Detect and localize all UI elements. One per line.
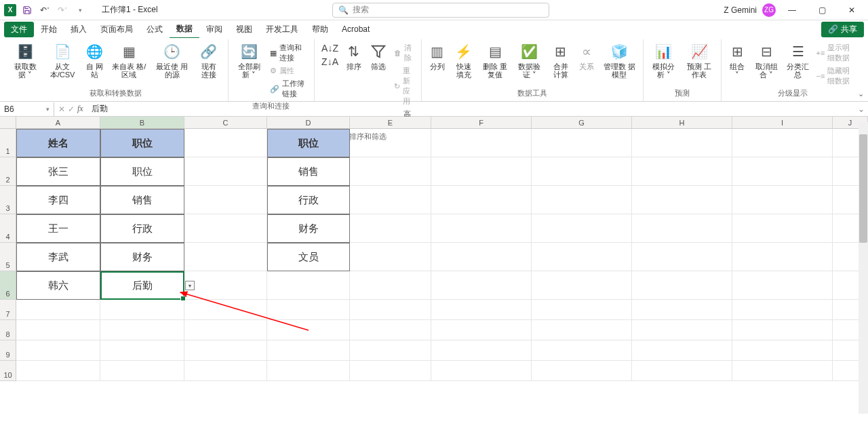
cell[interactable]	[184, 340, 267, 361]
text-to-columns-button[interactable]: ▥分列	[426, 41, 449, 72]
cell[interactable]	[267, 271, 350, 300]
cell[interactable]: 李武	[16, 243, 100, 271]
cell[interactable]	[184, 157, 267, 186]
cell[interactable]	[100, 340, 184, 361]
cell[interactable]	[16, 300, 100, 320]
cell[interactable]	[16, 320, 100, 340]
row-header[interactable]: 8	[0, 320, 16, 340]
cell[interactable]	[532, 214, 632, 243]
recent-sources-button[interactable]: 🕒最近使 用的源	[152, 41, 193, 80]
row-header[interactable]: 4	[0, 214, 16, 243]
cell[interactable]: 职位	[267, 129, 350, 157]
flash-fill-button[interactable]: ⚡快速填充	[450, 41, 477, 80]
cell[interactable]	[632, 340, 732, 361]
cell[interactable]: 财务	[100, 243, 184, 271]
row-header[interactable]: 6	[0, 271, 16, 300]
cell[interactable]	[532, 186, 632, 214]
tab-acrobat[interactable]: Acrobat	[335, 22, 376, 37]
formula-input[interactable]: 后勤	[87, 103, 854, 115]
cell[interactable]	[100, 320, 184, 340]
cell[interactable]	[632, 129, 732, 157]
collapse-ribbon-icon[interactable]: ⌄	[858, 90, 864, 98]
cell[interactable]	[431, 186, 532, 214]
qat-customize-icon[interactable]: ▾	[73, 3, 87, 17]
save-icon[interactable]	[20, 3, 34, 17]
cell[interactable]	[532, 340, 632, 361]
cell[interactable]	[431, 129, 532, 157]
cell[interactable]	[732, 186, 833, 214]
cell[interactable]: 职位	[100, 129, 184, 157]
cell[interactable]	[632, 214, 732, 243]
cell[interactable]	[431, 271, 532, 300]
tab-home[interactable]: 开始	[34, 21, 64, 38]
cell[interactable]	[532, 157, 632, 186]
properties-button[interactable]: ⚙ 属性	[267, 65, 310, 77]
col-header[interactable]: G	[532, 117, 632, 129]
group-button[interactable]: ⊞组合 ˅	[726, 41, 749, 80]
row-header[interactable]: 9	[0, 340, 16, 361]
remove-duplicates-button[interactable]: ▤删除 重复值	[478, 41, 511, 80]
row-header[interactable]: 5	[0, 243, 16, 271]
cell[interactable]	[732, 243, 833, 271]
cell[interactable]	[732, 361, 833, 381]
cell[interactable]	[431, 214, 532, 243]
cell[interactable]	[350, 300, 431, 320]
cell[interactable]	[431, 243, 532, 271]
tab-view[interactable]: 视图	[229, 21, 259, 38]
data-validation-button[interactable]: ✅数据验 证 ˅	[513, 41, 546, 80]
close-button[interactable]: ✕	[838, 1, 865, 20]
cell[interactable]	[184, 361, 267, 381]
cell[interactable]	[532, 320, 632, 340]
select-all-corner[interactable]	[0, 117, 16, 129]
tab-formulas[interactable]: 公式	[140, 21, 170, 38]
cell[interactable]	[431, 320, 532, 340]
cell[interactable]	[632, 157, 732, 186]
col-header[interactable]: D	[267, 117, 350, 129]
cell[interactable]: 韩六	[16, 271, 100, 300]
cell[interactable]	[532, 361, 632, 381]
cell[interactable]: 行政	[267, 186, 350, 214]
cell[interactable]	[732, 340, 833, 361]
cell[interactable]: 后勤▾	[100, 271, 184, 300]
cell[interactable]	[267, 361, 350, 381]
cell[interactable]	[431, 340, 532, 361]
cell[interactable]	[184, 320, 267, 340]
existing-conn-button[interactable]: 🔗现有 连接	[194, 41, 224, 80]
cell[interactable]: 职位	[100, 157, 184, 186]
cell[interactable]	[100, 361, 184, 381]
col-header[interactable]: I	[732, 117, 833, 129]
subtotal-button[interactable]: ☰分类汇总	[784, 41, 812, 80]
cell[interactable]	[184, 243, 267, 271]
cell[interactable]	[350, 361, 431, 381]
cell[interactable]	[732, 271, 833, 300]
from-csv-button[interactable]: 📄从文 本/CSV	[44, 41, 81, 80]
cell[interactable]	[184, 186, 267, 214]
cell[interactable]	[431, 157, 532, 186]
cell[interactable]	[350, 214, 431, 243]
cell[interactable]	[532, 129, 632, 157]
row-header[interactable]: 10	[0, 361, 16, 381]
tab-pagelayout[interactable]: 页面布局	[94, 21, 140, 38]
name-box[interactable]: B6▾	[0, 102, 54, 116]
cell[interactable]	[350, 243, 431, 271]
cell[interactable]	[267, 320, 350, 340]
col-header[interactable]: B	[100, 117, 184, 129]
cell[interactable]	[350, 340, 431, 361]
cell[interactable]: 文员	[267, 243, 350, 271]
workbook-links-button[interactable]: 🔗 工作簿链接	[267, 78, 310, 100]
cell[interactable]	[632, 271, 732, 300]
cancel-formula-icon[interactable]: ✕	[58, 104, 65, 114]
fx-icon[interactable]: fx	[77, 104, 83, 114]
tab-help[interactable]: 帮助	[305, 21, 335, 38]
cell[interactable]	[16, 361, 100, 381]
cell[interactable]	[184, 129, 267, 157]
cell[interactable]: 行政	[100, 214, 184, 243]
redo-icon[interactable]: ↷˅	[56, 3, 69, 17]
sort-asc-icon[interactable]: A↓Z	[319, 42, 341, 54]
vertical-scrollbar[interactable]	[859, 122, 868, 414]
tab-data[interactable]: 数据	[170, 20, 199, 39]
cell[interactable]	[632, 243, 732, 271]
row-header[interactable]: 1	[0, 129, 16, 157]
forecast-sheet-button[interactable]: 📈预测 工作表	[682, 41, 717, 80]
cell[interactable]	[732, 300, 833, 320]
